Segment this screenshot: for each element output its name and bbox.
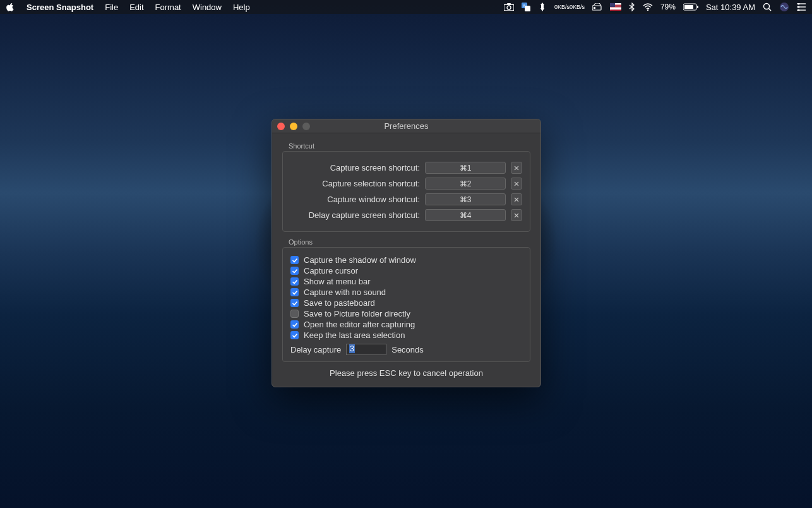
window-title: Preferences [384,121,428,131]
checkbox-checked-icon[interactable] [290,267,299,275]
apple-menu-icon[interactable] [6,3,15,11]
menu-bar: Screen Snapshot File Edit Format Window … [0,0,812,14]
menu-window[interactable]: Window [193,3,222,12]
input-source-icon[interactable] [610,3,621,11]
shortcut-clear-button[interactable] [511,178,522,190]
checkbox-checked-icon[interactable] [290,277,299,286]
options-group: Capture the shadow of windowCapture curs… [282,247,530,362]
shortcut-field[interactable]: ⌘2 [425,178,506,190]
shortcut-label: Capture selection shortcut: [290,179,420,188]
svg-rect-13 [610,9,621,9]
option-label: Capture with no sound [304,287,386,297]
wifi-icon[interactable] [643,3,653,11]
network-speed[interactable]: 0KB/s 0KB/s [554,4,585,10]
checkbox-checked-icon[interactable] [290,288,299,296]
checkbox-checked-icon[interactable] [290,331,299,339]
window-minimize-button[interactable] [290,123,297,130]
shortcut-clear-button[interactable] [511,209,522,221]
svg-point-20 [764,4,770,9]
svg-point-16 [647,9,648,11]
shortcut-section-label: Shortcut [289,142,530,150]
shortcut-clear-button[interactable] [511,162,522,174]
svg-rect-7 [594,7,595,9]
delay-capture-unit: Seconds [391,345,424,354]
menu-help[interactable]: Help [233,3,250,12]
translate-icon[interactable]: A [522,3,530,11]
preferences-window: Preferences Shortcut Capture screen shor… [272,119,541,387]
footer-note: Please press ESC key to cancel operation [282,368,530,378]
camera-icon[interactable] [504,3,514,11]
shortcut-label: Capture screen shortcut: [290,163,420,172]
shortcut-label: Delay capture screen shortcut: [290,210,420,220]
svg-rect-15 [610,3,615,7]
net-up: 0KB/s [554,4,570,10]
option-row: Capture cursor [290,266,522,275]
svg-rect-12 [610,8,621,8]
shortcut-field[interactable]: ⌘1 [425,162,506,174]
notification-center-icon[interactable] [797,3,806,11]
option-row: Keep the last area selection [290,330,522,340]
option-label: Show at menu bar [304,277,371,286]
option-label: Open the editor after capturing [304,320,415,329]
svg-line-21 [769,9,772,11]
battery-percent[interactable]: 79% [660,3,676,11]
vpn-icon[interactable] [538,3,547,11]
svg-rect-19 [697,6,698,8]
checkbox-unchecked-icon[interactable] [290,310,299,318]
option-row: Capture with no sound [290,287,522,297]
battery-icon[interactable] [683,3,698,11]
shortcut-row: Capture selection shortcut:⌘2 [290,178,522,190]
menu-format[interactable]: Format [155,3,181,12]
app-menu[interactable]: Screen Snapshot [27,3,93,12]
option-label: Capture the shadow of window [304,255,416,265]
shortcut-field[interactable]: ⌘4 [425,209,506,221]
shortcut-field[interactable]: ⌘3 [425,193,506,205]
svg-rect-4 [525,6,530,11]
menu-file[interactable]: File [105,3,118,12]
svg-rect-18 [684,5,693,9]
shortcut-group: Capture screen shortcut:⌘1Capture select… [282,151,530,232]
shortcut-row: Delay capture screen shortcut:⌘4 [290,209,522,221]
bluetooth-icon[interactable] [629,3,635,11]
window-zoom-button [302,123,310,130]
option-row: Capture the shadow of window [290,255,522,265]
checkbox-checked-icon[interactable] [290,299,299,307]
delay-capture-label: Delay capture [290,345,341,354]
option-row: Open the editor after capturing [290,320,522,329]
delay-capture-input[interactable]: 3 [346,344,386,355]
svg-text:A: A [523,4,525,8]
spotlight-icon[interactable] [763,3,772,11]
option-label: Save to pasteboard [304,298,375,308]
checkbox-checked-icon[interactable] [290,256,299,264]
svg-rect-14 [610,10,621,11]
shortcut-clear-button[interactable] [511,193,522,205]
svg-point-27 [798,6,800,8]
window-close-button[interactable] [277,123,285,130]
svg-point-26 [798,3,800,5]
shortcut-row: Capture screen shortcut:⌘1 [290,162,522,174]
net-down: 0KB/s [570,4,585,10]
option-label: Keep the last area selection [304,330,405,340]
options-section-label: Options [289,238,530,246]
svg-rect-2 [507,3,511,5]
option-label: Save to Picture folder directly [304,309,410,318]
option-row: Show at menu bar [290,277,522,286]
siri-icon[interactable] [779,2,789,12]
clock[interactable]: Sat 10:39 AM [706,3,755,12]
svg-point-28 [798,9,800,11]
option-row: Save to pasteboard [290,298,522,308]
menu-edit[interactable]: Edit [129,3,143,12]
disk-icon[interactable] [592,3,602,11]
shortcut-row: Capture window shortcut:⌘3 [290,193,522,205]
shortcut-label: Capture window shortcut: [290,195,420,204]
option-row: Save to Picture folder directly [290,309,522,318]
checkbox-checked-icon[interactable] [290,320,299,329]
titlebar[interactable]: Preferences [272,119,540,133]
option-label: Capture cursor [304,266,358,275]
svg-point-1 [507,6,511,9]
